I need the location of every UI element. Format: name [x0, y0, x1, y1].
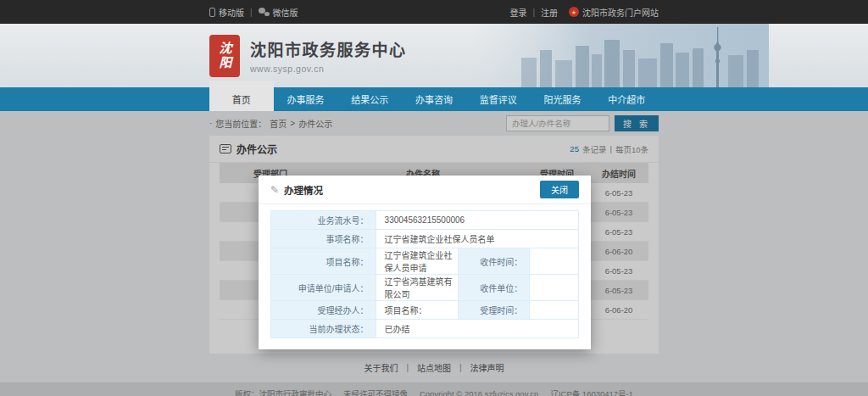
- nav-tab-results[interactable]: 结果公示: [337, 87, 402, 111]
- topbar-divider: |: [532, 8, 535, 17]
- field-value: [530, 301, 579, 320]
- field-label: 业务流水号：: [271, 211, 376, 230]
- page: 移动版 | 微信版 登录 | 注册 ★ 沈阳市政务门户网站: [0, 0, 868, 396]
- register-link[interactable]: 注册: [541, 6, 558, 19]
- nav-tab-intermediary[interactable]: 中介超市: [594, 87, 659, 111]
- mobile-version-label: 移动版: [219, 6, 244, 19]
- field-value: 33004563215500006: [376, 211, 578, 230]
- wechat-version-label: 微信版: [273, 6, 298, 19]
- site-url: www.sysp.gov.cn: [250, 64, 407, 74]
- phone-icon: [209, 8, 215, 17]
- field-label: 受理经办人：: [271, 301, 376, 320]
- modal-row-applicant: 申请单位/申请人： 辽宁省鸿基建筑有限公司 收件单位：: [271, 275, 579, 301]
- modal-row-project-name: 项目名称： 辽宁省建筑企业社保人员申请 收件时间：: [271, 248, 579, 275]
- close-button[interactable]: 关闭: [540, 181, 579, 198]
- login-link[interactable]: 登录: [509, 6, 526, 19]
- nav-tab-services[interactable]: 办事服务: [274, 87, 338, 111]
- nav-tab-consult[interactable]: 办事咨询: [402, 87, 466, 111]
- field-value: [530, 248, 579, 275]
- field-label: 申请单位/申请人：: [271, 275, 376, 301]
- modal-title: 办理情况: [284, 183, 323, 197]
- modal-row-item-name: 事项名称： 辽宁省建筑企业社保人员名单: [271, 230, 579, 248]
- portal-label: 沈阳市政务门户网站: [582, 6, 659, 19]
- mobile-version-link[interactable]: 移动版: [209, 6, 244, 19]
- modal-row-handler: 受理经办人： 项目名称： 受理时间：: [271, 301, 579, 320]
- wechat-icon: [259, 8, 270, 16]
- field-value: 辽宁省鸿基建筑有限公司: [376, 275, 459, 301]
- site-logo-seal: 沈阳: [209, 35, 240, 77]
- topbar-divider: |: [250, 8, 253, 17]
- field-label: 受理时间：: [459, 301, 530, 320]
- field-value: 项目名称：: [376, 301, 459, 320]
- edit-icon: ✎: [270, 184, 279, 196]
- portal-link[interactable]: ★ 沈阳市政务门户网站: [569, 6, 659, 19]
- field-value: [530, 275, 579, 301]
- main-nav: 首页 办事服务 结果公示 办事咨询 监督评议 阳光服务 中介超市: [0, 87, 868, 111]
- site-header: 沈阳 沈阳市政务服务中心 www.sysp.gov.cn: [0, 24, 868, 87]
- field-value: 已办结: [376, 320, 578, 338]
- city-skyline-image: [472, 24, 769, 87]
- field-label: 收件单位：: [459, 275, 530, 301]
- modal-row-serial: 业务流水号： 33004563215500006: [271, 211, 579, 230]
- field-label: 事项名称：: [271, 230, 376, 248]
- site-title: 沈阳市政务服务中心: [250, 37, 407, 60]
- nav-tab-home[interactable]: 首页: [209, 81, 274, 111]
- field-label: 当前办理状态：: [271, 320, 376, 338]
- field-value: 辽宁省建筑企业社保人员名单: [376, 230, 578, 248]
- national-emblem-icon: ★: [569, 7, 579, 17]
- field-label: 项目名称：: [271, 248, 376, 275]
- wechat-version-link[interactable]: 微信版: [259, 6, 298, 19]
- modal-row-status: 当前办理状态： 已办结: [271, 320, 579, 338]
- nav-tab-supervision[interactable]: 监督评议: [466, 87, 531, 111]
- nav-tab-sunshine[interactable]: 阳光服务: [531, 87, 595, 111]
- field-value: 辽宁省建筑企业社保人员申请: [376, 248, 459, 275]
- modal-detail-table: 业务流水号： 33004563215500006 事项名称： 辽宁省建筑企业社保…: [270, 210, 579, 338]
- field-label: 收件时间：: [459, 248, 530, 275]
- top-bar: 移动版 | 微信版 登录 | 注册 ★ 沈阳市政务门户网站: [0, 0, 868, 24]
- processing-status-modal: ✎ 办理情况 关闭 业务流水号： 33004563215500006 事项名称：…: [259, 176, 591, 349]
